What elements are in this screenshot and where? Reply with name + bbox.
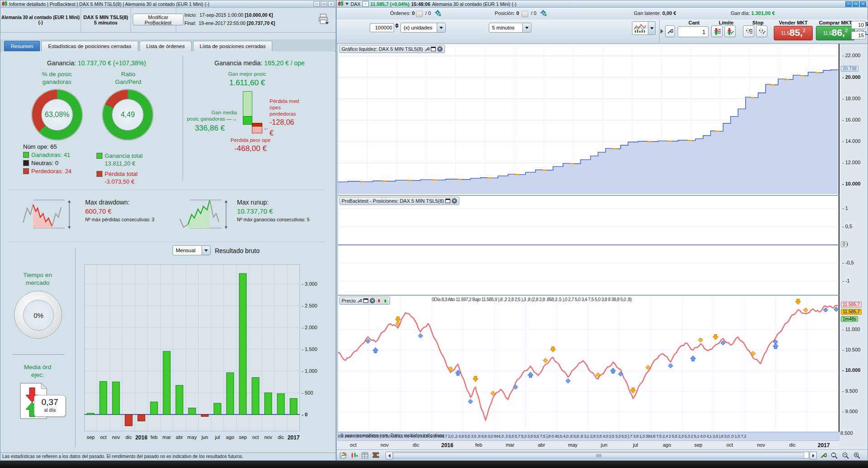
close-icon[interactable]: ✕ — [370, 298, 375, 303]
orders-settings-gear-icon[interactable] — [434, 10, 442, 18]
wrench-icon[interactable] — [424, 47, 429, 52]
info-icon[interactable]: i — [362, 1, 369, 7]
gain-loss-ratio-donut: 4,49 — [102, 89, 154, 141]
runup-sparkline — [177, 196, 234, 234]
price-xtick: nov — [376, 442, 394, 448]
scroll-right-arrow[interactable] — [810, 452, 817, 459]
chart-toolbar: (x) unidades 5 minutos Cant 1 — [337, 20, 868, 44]
table-icon[interactable] — [360, 451, 370, 460]
close-button[interactable]: × — [860, 1, 866, 7]
day-gain-value: 1.301,00 € — [751, 10, 775, 16]
quantity-stepper[interactable] — [395, 23, 399, 28]
chart-scrollbar-track[interactable] — [392, 452, 809, 458]
ganancia-headline: Ganancia: 10.737,70 € (+107,38%) — [1, 59, 192, 67]
gross-ytick: - 2.000 — [302, 325, 317, 330]
timeframe-dropdown[interactable]: 5 minutos — [489, 23, 531, 33]
stop-buy-button[interactable] — [756, 25, 767, 37]
avg-orders-value-box: 0,37 al día — [34, 395, 66, 417]
stop-points-input[interactable] — [851, 21, 866, 29]
unit-dropdown[interactable]: (x) unidades — [400, 23, 446, 33]
orders-label: Órdenes: — [390, 10, 410, 16]
stop-sell-button[interactable] — [743, 25, 754, 37]
window-icon[interactable] — [445, 199, 450, 203]
position-settings-gear-icon[interactable] — [540, 10, 547, 18]
print-icon[interactable] — [318, 13, 329, 27]
limit-sell-button[interactable] — [711, 25, 723, 37]
orders-list-icon[interactable] — [416, 11, 423, 17]
price-xtick: mar — [501, 442, 519, 448]
price-panel — [338, 295, 839, 432]
donut2-value: 4,49 — [112, 99, 144, 131]
tab-estad-sticas-de-posiciones-cerradas[interactable]: Estadísticas de posiciones cerradas — [41, 41, 138, 51]
candlestick-icon — [338, 1, 343, 7]
buy-arrow-icon[interactable] — [383, 298, 388, 303]
quantity-input[interactable] — [370, 23, 394, 32]
indicators-icon[interactable] — [371, 451, 381, 460]
limit-points-input[interactable] — [851, 31, 866, 39]
chart-style-button[interactable] — [632, 21, 656, 35]
symbol-dropdown-caret[interactable] — [345, 3, 349, 5]
time-in-market-title: Tiempo enmercado — [6, 271, 69, 287]
gross-ytick: - 1.000 — [302, 368, 317, 374]
tab-resumen[interactable]: Resumen — [4, 41, 40, 51]
gross-ytick: - 0 — [302, 412, 308, 417]
stop-label: Stop — [744, 20, 772, 25]
buy-mkt-button[interactable]: 11.586,2 — [816, 26, 855, 40]
backtest-report-window: Informe detallado | ProBacktest | DAX 5 … — [0, 0, 336, 461]
cant-input[interactable]: 1 — [678, 26, 709, 37]
positions-panel-chip: ProBacktest - Posiciones: DAX 5 MIN TSL5… — [339, 197, 459, 205]
buy-mkt-label: Comprar MKT — [815, 20, 856, 25]
modify-probacktest-button[interactable]: Modificar ProBacktest — [133, 14, 183, 25]
scroll-left-arrow[interactable] — [386, 452, 393, 459]
minimize-button[interactable]: ─ — [313, 1, 320, 7]
period-dropdown-caret[interactable] — [202, 246, 210, 255]
price-xtick: dic — [407, 442, 425, 448]
orders-count2: / 0 — [425, 10, 431, 16]
zoom-out-icon[interactable] — [840, 451, 850, 460]
chart-scrollbar-thumb[interactable] — [393, 453, 804, 458]
sell-mkt-label: Vender MKT — [774, 20, 813, 25]
trade-settings-wrench-icon[interactable] — [665, 25, 675, 37]
gross-ytick: - 1.500 — [302, 346, 317, 352]
equity-panel-chip: Gráfico liquidez: DAX 5 MIN TSL5(8) ✕ — [339, 45, 445, 53]
time-in-market-value: 0% — [23, 300, 54, 331]
maximize-button[interactable]: ▭ — [853, 1, 859, 7]
screen: Informe detallado | ProBacktest | DAX 5 … — [0, 0, 868, 468]
close-icon[interactable]: ✕ — [452, 198, 457, 204]
minimize-button[interactable]: ─ — [845, 1, 852, 7]
draw-tools-icon[interactable] — [338, 451, 348, 460]
drawdown-text: Max drawdown: 600,70 € Nº máx pérdidas c… — [85, 199, 154, 222]
position-list-icon[interactable] — [521, 11, 528, 17]
equity-current-label: 20.738 — [841, 66, 858, 72]
window-icon[interactable] — [431, 47, 436, 51]
chart-style-caret[interactable] — [648, 21, 656, 35]
sell-mkt-button[interactable]: 11.585,2 — [774, 26, 813, 40]
best-trade-value: 1.611,60 € — [205, 78, 289, 88]
axis-settings-wrench-icon[interactable] — [818, 451, 828, 460]
tab-lista-de-rdenes[interactable]: Lista de órdenes — [140, 41, 192, 51]
chart-style-icon[interactable] — [632, 21, 648, 35]
zoom-in-icon[interactable] — [852, 451, 862, 460]
zoom-fit-icon[interactable] — [829, 451, 839, 460]
sell-arrow-icon[interactable] — [376, 298, 381, 303]
tab-lista-de-posiciones-cerradas[interactable]: Lista de posiciones cerradas — [193, 41, 273, 51]
close-button[interactable]: × — [328, 1, 334, 7]
period-dropdown[interactable]: Mensual — [173, 245, 211, 255]
symbol-name[interactable]: DAX — [351, 1, 361, 7]
compare-icon[interactable] — [349, 451, 359, 460]
positions-panel — [338, 195, 839, 295]
drawdown-sparkline — [20, 196, 77, 234]
equity-ytick: - 18.000 — [842, 96, 860, 101]
equity-panel — [338, 44, 839, 195]
price-chart — [338, 296, 838, 431]
gain-total-swatch — [96, 153, 102, 159]
gross-xtick: 2017 — [286, 434, 301, 441]
maximize-button[interactable]: ▭ — [321, 1, 327, 7]
worst-trade-value: -468,00 € — [210, 144, 291, 153]
limit-buy-button[interactable] — [724, 25, 736, 37]
close-icon[interactable]: ✕ — [437, 46, 443, 52]
window-icon[interactable] — [363, 298, 368, 303]
collapse-panel-arrow[interactable] — [661, 29, 663, 34]
price-months-row: octnovdic2016febmarabrmayjunjulagosepoct… — [338, 440, 839, 450]
wrench-icon[interactable] — [357, 298, 362, 303]
